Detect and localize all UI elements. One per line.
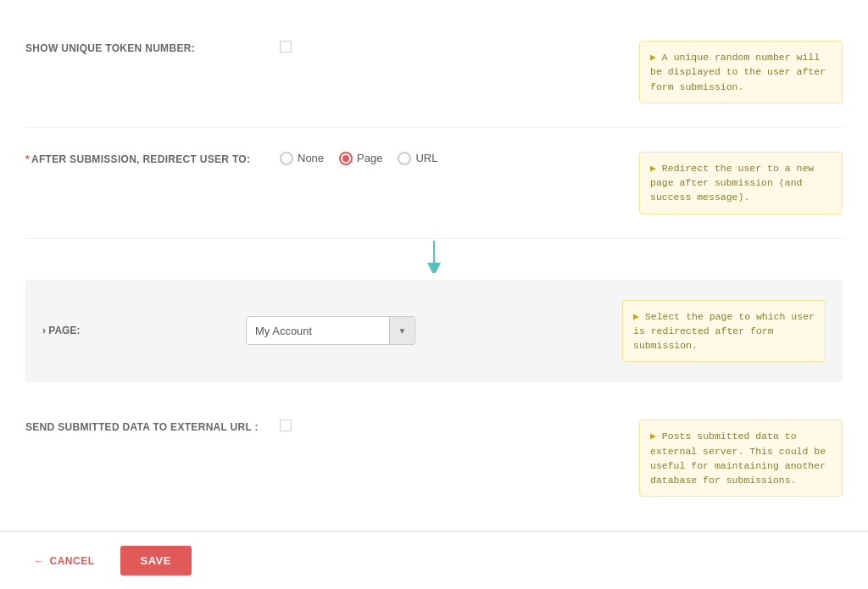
external-url-label: SEND SUBMITTED DATA TO EXTERNAL URL : xyxy=(25,420,280,433)
page-sub-section: › PAGE: My Account ▼ Select the page to … xyxy=(25,239,843,383)
radio-page-inner xyxy=(342,155,349,162)
redirect-row: *AFTER SUBMISSION, REDIRECT USER TO: Non… xyxy=(25,128,843,239)
connector-svg xyxy=(417,239,451,273)
spacer xyxy=(25,382,843,396)
radio-url[interactable]: URL xyxy=(398,152,437,165)
external-url-checkbox[interactable] xyxy=(280,420,292,431)
page-label: › PAGE: xyxy=(42,325,246,336)
main-content: SHOW UNIQUE TOKEN NUMBER: A unique rando… xyxy=(0,0,868,537)
page-dropdown[interactable]: My Account ▼ xyxy=(246,316,415,345)
token-hint: A unique random number will be displayed… xyxy=(639,41,843,103)
radio-page-label: Page xyxy=(357,152,382,164)
token-controls xyxy=(280,41,639,53)
connector-arrow xyxy=(25,239,843,280)
redirect-radio-group: None Page URL xyxy=(280,152,437,165)
page-control: My Account ▼ xyxy=(246,316,622,345)
external-url-row: SEND SUBMITTED DATA TO EXTERNAL URL : Po… xyxy=(25,396,843,520)
token-label: SHOW UNIQUE TOKEN NUMBER: xyxy=(25,41,280,54)
radio-url-label: URL xyxy=(415,152,437,164)
dropdown-arrow-icon: ▼ xyxy=(389,317,415,344)
radio-none-label: None xyxy=(298,152,324,164)
external-url-hint: Posts submitted data to external server.… xyxy=(639,420,843,497)
required-marker: * xyxy=(25,153,30,165)
page-sub-panel: › PAGE: My Account ▼ Select the page to … xyxy=(25,280,843,383)
external-url-controls xyxy=(280,420,639,431)
radio-none-outer xyxy=(280,152,293,165)
redirect-controls: None Page URL xyxy=(280,152,639,165)
footer-bar: ← CANCEL SAVE xyxy=(0,531,868,537)
radio-url-outer xyxy=(398,152,411,165)
page-row: › PAGE: My Account ▼ Select the page to … xyxy=(42,300,826,363)
redirect-hint: Redirect the user to a new page after su… xyxy=(639,152,843,214)
token-row: SHOW UNIQUE TOKEN NUMBER: A unique rando… xyxy=(25,17,843,128)
page-hint: Select the page to which user is redirec… xyxy=(622,300,826,363)
page-dropdown-value: My Account xyxy=(247,319,389,343)
token-checkbox[interactable] xyxy=(280,41,292,53)
radio-none[interactable]: None xyxy=(280,152,324,165)
redirect-label: *AFTER SUBMISSION, REDIRECT USER TO: xyxy=(25,152,280,165)
radio-page-outer xyxy=(339,152,353,165)
radio-page[interactable]: Page xyxy=(339,152,382,165)
